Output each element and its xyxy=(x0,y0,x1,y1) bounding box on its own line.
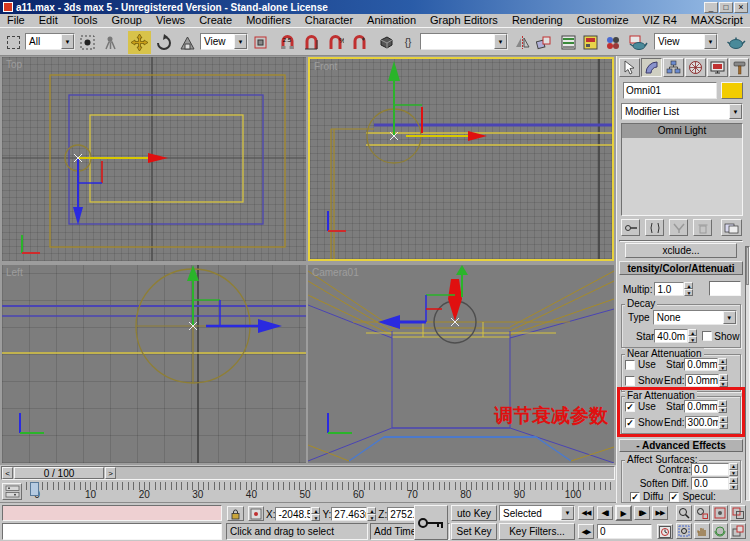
modifier-stack[interactable]: Omni Light xyxy=(621,123,743,216)
tab-utilities[interactable] xyxy=(729,58,749,77)
viewport-left[interactable]: Left xyxy=(2,265,306,463)
viewport-label-camera[interactable]: Camera01 xyxy=(312,267,359,278)
select-and-rotate-button[interactable] xyxy=(152,31,175,54)
tab-create[interactable] xyxy=(619,58,640,77)
decay-start-spinner[interactable]: ▲▼ xyxy=(688,329,697,343)
y-coordinate-field[interactable]: 27.463m xyxy=(331,507,367,521)
chevron-down-icon[interactable]: ▼ xyxy=(561,506,574,520)
quick-render-button[interactable] xyxy=(724,31,748,54)
maxscript-mini-listener-pink[interactable] xyxy=(2,505,222,521)
far-start-spinner[interactable]: ▲▼ xyxy=(718,400,727,413)
y-spinner[interactable]: ▲▼ xyxy=(367,507,376,521)
decay-start-field[interactable]: 40.0m xyxy=(654,329,688,343)
maxscript-mini-listener-white[interactable] xyxy=(2,523,222,540)
tab-display[interactable] xyxy=(707,58,728,77)
modifier-list-dropdown[interactable]: Modifier List▼ xyxy=(621,103,743,120)
render-scene-button[interactable] xyxy=(626,31,650,54)
zoom-extents-button[interactable] xyxy=(712,505,728,521)
min-max-toggle-button[interactable] xyxy=(730,523,746,539)
track-bar[interactable]: 0102030405060708090100 xyxy=(0,481,616,503)
menu-item-5[interactable]: Create xyxy=(192,14,239,27)
chevron-down-icon[interactable]: ▼ xyxy=(234,34,247,49)
make-unique-button[interactable] xyxy=(669,219,688,236)
arc-rotate-button[interactable] xyxy=(712,523,728,539)
menu-item-8[interactable]: Animation xyxy=(360,14,423,27)
set-keys-button[interactable] xyxy=(414,505,448,540)
key-mode-toggle[interactable]: ◀▶ xyxy=(578,524,594,539)
select-object-button[interactable] xyxy=(77,31,98,54)
chevron-down-icon[interactable]: ▼ xyxy=(723,311,736,324)
current-frame-field[interactable]: 0 xyxy=(597,524,652,539)
diffuse-checkbox[interactable]: ✓ xyxy=(630,492,640,502)
far-end-field[interactable]: 300.0m xyxy=(685,416,719,429)
light-color-swatch[interactable] xyxy=(709,281,741,296)
soften-diffuse-spinner[interactable]: ▲▼ xyxy=(729,477,738,490)
far-show-checkbox[interactable]: ✓ xyxy=(625,418,635,428)
object-color-swatch[interactable] xyxy=(721,82,743,99)
near-show-checkbox[interactable] xyxy=(625,376,635,386)
set-key-button[interactable]: Set Key xyxy=(451,523,497,540)
mirror-button[interactable] xyxy=(512,31,532,54)
key-filters-button[interactable]: Key Filters... xyxy=(499,523,575,540)
chevron-down-icon[interactable]: ▼ xyxy=(494,34,507,49)
menu-item-1[interactable]: Edit xyxy=(32,14,65,27)
select-and-scale-button[interactable] xyxy=(177,31,198,54)
soften-diffuse-field[interactable]: 0.0 xyxy=(691,477,729,490)
zoom-extents-all-button[interactable] xyxy=(730,505,746,521)
far-use-checkbox[interactable]: ✓ xyxy=(625,402,635,412)
x-spinner[interactable]: ▲▼ xyxy=(311,507,320,521)
viewport-top[interactable]: Top xyxy=(2,57,306,261)
multiplier-field[interactable]: 1.0 xyxy=(654,282,684,296)
select-by-name-button[interactable] xyxy=(100,31,121,54)
zoom-all-button[interactable] xyxy=(694,505,710,521)
contrast-spinner[interactable]: ▲▼ xyxy=(729,463,738,476)
viewport-camera[interactable]: Camera01 调节衰减参数 xyxy=(308,265,614,463)
play-button[interactable]: ▶ xyxy=(615,505,632,521)
current-frame-handle[interactable] xyxy=(30,482,39,496)
previous-frame-arrow[interactable]: < xyxy=(2,467,13,479)
named-selection-sets-button[interactable]: {} xyxy=(398,31,418,54)
menu-item-3[interactable]: Group xyxy=(104,14,149,27)
tab-hierarchy[interactable] xyxy=(663,58,684,77)
show-end-result-button[interactable] xyxy=(645,219,664,236)
tab-modify[interactable] xyxy=(641,58,662,77)
near-end-spinner[interactable]: ▲▼ xyxy=(719,374,728,387)
absolute-offset-toggle[interactable] xyxy=(248,506,264,521)
menu-item-4[interactable]: Views xyxy=(149,14,192,27)
render-type-dropdown[interactable]: View▼ xyxy=(654,33,718,50)
selection-region-button[interactable] xyxy=(3,31,23,54)
viewport-label-front[interactable]: Front xyxy=(314,61,337,72)
viewport-label-top[interactable]: Top xyxy=(6,59,22,70)
auto-key-button[interactable]: uto Key xyxy=(451,505,497,521)
remove-modifier-button[interactable] xyxy=(693,219,712,236)
advanced-effects-rollout-header[interactable]: - Advanced Effects xyxy=(619,439,743,452)
chevron-down-icon[interactable]: ▼ xyxy=(61,34,74,49)
previous-frame-button[interactable]: ◀▮ xyxy=(597,506,613,520)
go-to-end-button[interactable]: ▶▶ xyxy=(652,506,668,520)
decay-type-dropdown[interactable]: None▼ xyxy=(653,310,737,325)
zoom-button[interactable] xyxy=(676,505,692,521)
selection-lock-toggle[interactable] xyxy=(227,506,244,521)
panel-scrollbar-thumb[interactable] xyxy=(746,247,749,285)
multiplier-spinner[interactable]: ▲▼ xyxy=(684,282,693,296)
configure-modifier-sets-button[interactable] xyxy=(721,219,742,236)
viewport-label-left[interactable]: Left xyxy=(6,267,23,278)
chevron-down-icon[interactable]: ▼ xyxy=(729,104,742,119)
menu-item-7[interactable]: Character xyxy=(298,14,360,27)
pin-stack-button[interactable] xyxy=(621,219,640,236)
snap-toggle-button[interactable]: 2.5 xyxy=(276,31,298,54)
go-to-start-button[interactable]: ◀◀ xyxy=(578,506,594,520)
time-configuration-button[interactable] xyxy=(657,524,673,539)
next-frame-button[interactable]: ▮▶ xyxy=(634,506,650,520)
menu-item-10[interactable]: Rendering xyxy=(505,14,570,27)
far-end-spinner[interactable]: ▲▼ xyxy=(719,416,728,429)
panel-scrollbar[interactable] xyxy=(745,246,750,501)
align-button[interactable] xyxy=(533,31,553,54)
intensity-rollout-header[interactable]: tensity/Color/Attenuati xyxy=(619,261,743,275)
menu-item-12[interactable]: VIZ R4 xyxy=(636,14,684,27)
object-name-field[interactable]: Omni01 xyxy=(623,82,717,99)
use-pivot-center-button[interactable] xyxy=(250,31,271,54)
named-selection-dropdown[interactable]: ▼ xyxy=(420,33,508,50)
pan-button[interactable] xyxy=(694,523,710,539)
coordinate-system-dropdown[interactable]: View▼ xyxy=(200,33,248,50)
